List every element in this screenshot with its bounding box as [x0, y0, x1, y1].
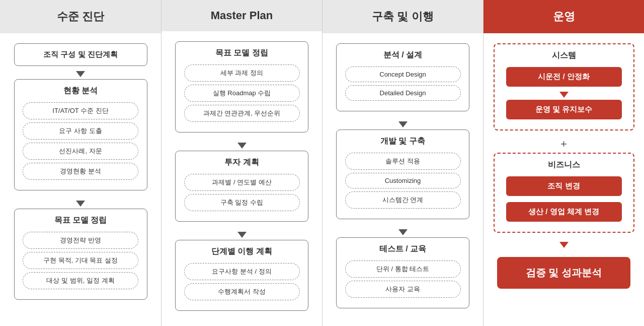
- sub-item-1: 요구 사항 도출: [23, 122, 138, 140]
- mp-section2-title: 투자 계획: [224, 157, 259, 168]
- col-operations: 운영 시스템 시운전 / 안정화 운영 및 유지보수 + 비즈니스 조직 변경 …: [483, 0, 644, 326]
- concept-design: Concept Design: [345, 67, 461, 82]
- arrow-down-4b: [559, 242, 569, 248]
- col2-header: Master Plan: [162, 0, 322, 31]
- plus-sign: +: [560, 138, 567, 151]
- mp-sub-6: 수행계획서 작성: [184, 283, 300, 300]
- mp-sub-1: 실행 Roadmap 수립: [184, 85, 300, 102]
- arrow-down-1a: [76, 71, 85, 77]
- arrow-down-1b: [76, 201, 85, 207]
- col3-section1-title: 분석 / 설계: [383, 50, 422, 60]
- arrow-down-3a: [398, 121, 408, 127]
- sub-item-4: 경영전략 반영: [23, 232, 138, 249]
- col-master-plan: Master Plan 목표 모델 정립 세부 과제 정의 실행 Roadmap…: [161, 0, 322, 326]
- system-title: 시스템: [552, 50, 576, 61]
- col3-sub-2: 시스템간 연계: [345, 191, 461, 209]
- system-item-0: 시운전 / 안정화: [506, 67, 622, 87]
- section-test-training: 테스트 / 교육 단위 / 통합 테스트 사용자 교육: [336, 237, 469, 308]
- section-dev-build: 개발 및 구축 솔루션 적용 Customizing 시스템간 연계: [336, 129, 469, 219]
- arrow-down-4a: [559, 92, 569, 98]
- system-item-1: 운영 및 유지보수: [506, 100, 622, 119]
- col3-header: 구축 및 이행: [323, 0, 483, 33]
- col-build-implement: 구축 및 이행 분석 / 설계 Concept Design Detailed …: [322, 0, 483, 326]
- arrow-down-2a: [237, 143, 247, 149]
- section-current-analysis: 현황 분석 IT/AT/OT 수준 진단 요구 사항 도출 선진사례, 자문 경…: [14, 79, 147, 190]
- sub-item-6: 대상 및 범위, 일정 계획: [23, 272, 138, 289]
- sub-item-3: 경영현황 분석: [23, 163, 138, 180]
- mp-section1-title: 목표 모델 정립: [215, 48, 268, 58]
- col3-sub-1: Customizing: [345, 173, 461, 188]
- col3-sub-4: 사용자 교육: [345, 281, 461, 298]
- col-level-diagnosis: 수준 진단 조직 구성 및 진단계획 현황 분석 IT/AT/OT 수준 진단 …: [0, 0, 161, 326]
- col4-header: 운영: [484, 0, 644, 33]
- col3-section2-title: 개발 및 구축: [380, 136, 425, 147]
- business-title: 비즈니스: [548, 160, 580, 170]
- system-outer-box: 시스템 시운전 / 안정화 운영 및 유지보수: [494, 43, 634, 131]
- section2-title: 목표 모델 정립: [54, 215, 107, 226]
- sub-item-5: 구현 목적, 기대 목표 설정: [23, 252, 138, 269]
- arrow-down-2b: [237, 232, 247, 238]
- arrow-down-3b: [398, 229, 408, 235]
- mp-sub-0: 세부 과제 정의: [184, 64, 300, 82]
- mp-section3-title: 단계별 이행 계획: [211, 246, 272, 257]
- section-phase-plan: 단계별 이행 계획 요구사항 분석 / 정의 수행계획서 작성: [175, 240, 308, 311]
- section-mp-target: 목표 모델 정립 세부 과제 정의 실행 Roadmap 수립 과제간 연관관계…: [175, 41, 308, 133]
- standalone-org: 조직 구성 및 진단계획: [14, 43, 147, 66]
- sub-item-0: IT/AT/OT 수준 진단: [23, 102, 138, 119]
- sub-item-2: 선진사례, 자문: [23, 143, 138, 160]
- section-target-model: 목표 모델 정립 경영전략 반영 구현 목적, 기대 목표 설정 대상 및 범위…: [14, 209, 147, 300]
- verify-performance-btn: 검증 및 성과분석: [497, 257, 630, 289]
- col3-section3-title: 테스트 / 교육: [379, 244, 426, 254]
- col3-sub-0: 솔루션 적용: [345, 153, 461, 170]
- mp-sub-3: 과제별 / 연도별 예산: [184, 174, 300, 191]
- business-outer-box: 비즈니스 조직 변경 생산 / 영업 체계 변경: [494, 153, 634, 233]
- mp-sub-4: 구축 일정 수립: [184, 194, 300, 211]
- business-item-1: 생산 / 영업 체계 변경: [506, 202, 622, 222]
- section1-title: 현황 분석: [63, 86, 98, 96]
- detailed-design: Detailed Design: [345, 85, 461, 101]
- col1-header: 수준 진단: [0, 0, 161, 33]
- section-investment: 투자 계획 과제별 / 연도별 예산 구축 일정 수립: [175, 151, 308, 222]
- business-item-0: 조직 변경: [506, 176, 622, 196]
- section-analysis-design: 분석 / 설계 Concept Design Detailed Design: [336, 43, 469, 111]
- mp-sub-2: 과제간 연관관계, 우선순위: [184, 105, 300, 122]
- col3-sub-3: 단위 / 통합 테스트: [345, 260, 461, 278]
- mp-sub-5: 요구사항 분석 / 정의: [184, 263, 300, 280]
